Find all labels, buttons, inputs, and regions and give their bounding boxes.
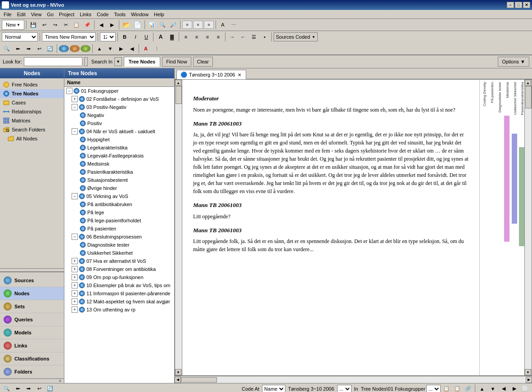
tree-item-legekarakt[interactable]: Legekarakteristika xyxy=(64,144,174,152)
close-button[interactable]: ✕ xyxy=(523,2,530,8)
tree-item-08[interactable]: + 08 Forventninger om antibiotika xyxy=(64,265,174,273)
properties-button[interactable]: 📄 xyxy=(132,20,143,30)
tree-item-07[interactable]: + 07 Hva er alternativt til VoS xyxy=(64,257,174,265)
left-btn[interactable]: ◀ xyxy=(127,44,137,54)
tree-item-medisinsk[interactable]: Medisinsk xyxy=(64,160,174,168)
bottom-action-1[interactable]: 📋 xyxy=(442,384,451,392)
code-at-dropdown[interactable]: Name xyxy=(262,385,285,392)
outdent-btn[interactable]: ← xyxy=(238,32,248,42)
tree-item-ovrige[interactable]: Øvrige hinder xyxy=(64,184,174,192)
menu-project[interactable]: Project xyxy=(56,11,77,18)
highlight-button[interactable]: A xyxy=(218,20,228,30)
sidebar-splitter[interactable]: · · · · · xyxy=(0,268,64,272)
save-button[interactable]: 💾 xyxy=(28,20,38,30)
expand-05[interactable]: − xyxy=(72,193,78,199)
down-arrow-btn[interactable]: ▼ xyxy=(105,44,115,54)
scroll-up-btn-right[interactable]: ▲ xyxy=(525,80,531,86)
options-button[interactable]: Options ▼ xyxy=(498,57,529,67)
node-icon-btn3[interactable]: ○ xyxy=(81,45,90,52)
up-arrow-btn[interactable]: ▲ xyxy=(95,44,104,54)
scroll-up-btn[interactable]: ▲ xyxy=(175,80,181,86)
tree-item-01[interactable]: − 01 Fokusgrupper xyxy=(64,87,174,95)
bottom-action-7[interactable]: ▶ xyxy=(509,384,519,392)
tree-item-03-2[interactable]: Positiv xyxy=(64,119,174,127)
scroll-thumb[interactable] xyxy=(176,86,182,104)
maximize-button[interactable]: □ xyxy=(515,2,522,8)
bottom-action-5[interactable]: ▼ xyxy=(488,384,498,392)
bottom-btn-3[interactable]: ➡ xyxy=(23,384,33,392)
sidebar-bottom-classifications[interactable]: Classifications xyxy=(0,352,64,365)
italic-button[interactable]: I xyxy=(131,32,140,42)
location-dropdown[interactable]: ... xyxy=(337,385,352,392)
bullet-btn[interactable]: • xyxy=(260,32,270,42)
search-in-arrow[interactable]: ▼ xyxy=(114,57,122,66)
bold-button[interactable]: B xyxy=(120,32,130,42)
h-scroll-thumb[interactable] xyxy=(181,377,217,383)
expand-13[interactable]: + xyxy=(72,306,78,313)
size-dropdown[interactable]: 12 xyxy=(100,32,116,41)
expand-09[interactable]: + xyxy=(72,274,78,280)
tree-item-02[interactable]: + 02 Forståelse - definisjon av VoS xyxy=(64,95,174,103)
node-icon-btn[interactable]: ○ xyxy=(59,45,69,52)
bottom-action-3[interactable]: 🔗 xyxy=(463,384,473,392)
tab-close-button[interactable]: ✕ xyxy=(237,72,242,77)
filter-button[interactable]: 🔍 xyxy=(158,20,167,30)
tree-item-03[interactable]: − 03 Positiv-Negativ xyxy=(64,103,174,111)
bottom-btn-4[interactable]: ↩ xyxy=(34,384,44,392)
sidebar-bottom-nodes[interactable]: Nodes xyxy=(0,287,64,300)
expand-02[interactable]: + xyxy=(72,96,78,102)
nav-forward[interactable]: ▶ xyxy=(107,20,117,30)
menu-window[interactable]: Window xyxy=(128,11,151,18)
tree-item-11[interactable]: + 11 Informasjon til pasienter-pårørende xyxy=(64,289,174,297)
menu-help[interactable]: Help xyxy=(151,11,167,18)
sidebar-bottom-folders[interactable]: Folders xyxy=(0,365,64,378)
tree-item-04[interactable]: − 04 Når er VoS aktuelt - uaktuelt xyxy=(64,127,174,135)
tree-item-05-2[interactable]: På lege xyxy=(64,208,174,216)
sidebar-item-matrices[interactable]: Matrices xyxy=(0,116,64,125)
code-button-2[interactable]: ≡ xyxy=(193,21,203,29)
copy-button[interactable]: 📋 xyxy=(72,20,81,30)
bottom-btn-1[interactable]: 🔍 xyxy=(2,384,12,392)
expand-03[interactable]: − xyxy=(72,104,78,110)
menu-go[interactable]: Go xyxy=(44,11,56,18)
menu-links[interactable]: Links xyxy=(77,11,94,18)
vertical-scrollbar-left[interactable]: ▲ ▼ xyxy=(175,80,182,375)
clear-button[interactable]: Clear xyxy=(193,57,213,67)
tree-item-05[interactable]: − 05 Virkning av VoS xyxy=(64,192,174,200)
sidebar-item-relationships[interactable]: Relationships xyxy=(0,107,64,116)
expand-08[interactable]: + xyxy=(72,266,78,272)
indent-btn[interactable]: → xyxy=(227,32,237,42)
expand-12[interactable]: + xyxy=(72,298,78,305)
sidebar-bottom-sets[interactable]: Sets xyxy=(0,300,64,313)
sources-coded-dropdown[interactable]: Sources Coded ▼ xyxy=(274,32,318,41)
sidebar-bottom-links[interactable]: Links xyxy=(0,339,64,352)
tree-item-06[interactable]: − 06 Beslutningsprosessen xyxy=(64,233,174,241)
scroll-right-btn[interactable]: ▶ xyxy=(526,377,532,383)
font-color-btn[interactable]: A xyxy=(155,32,166,42)
minimize-button[interactable]: − xyxy=(507,2,514,8)
tree-nodes-tab[interactable]: Tree Nodes xyxy=(124,57,160,67)
bottom-btn-5[interactable]: 🔄 xyxy=(45,384,55,392)
chart-button[interactable]: 📊 xyxy=(147,20,157,30)
tree-item-pasientkarakt[interactable]: Pasientkarakteristika xyxy=(64,168,174,176)
cut-button[interactable]: ✂ xyxy=(61,20,71,30)
scroll-down-btn-right[interactable]: ▼ xyxy=(525,369,531,375)
right-btn[interactable]: ▶ xyxy=(116,44,126,54)
tree-item-hyppighet[interactable]: Hyppighet xyxy=(64,135,174,144)
highlight-color-btn[interactable]: ▓ xyxy=(167,32,177,42)
sidebar-expand-btn[interactable]: ▲ xyxy=(0,378,64,381)
find-now-button[interactable]: Find Now xyxy=(162,57,191,67)
align-right[interactable]: ≡ xyxy=(203,32,212,42)
paste-button[interactable]: 📌 xyxy=(82,20,92,30)
nav-icon-4[interactable]: ↩ xyxy=(34,44,44,54)
tree-item-usikkerhet[interactable]: Usikkerhet Sikkerhet xyxy=(64,249,174,257)
expand-04[interactable]: − xyxy=(72,128,78,135)
tree-item-13[interactable]: + 13 Om uthenting av rp xyxy=(64,306,174,314)
horizontal-scrollbar[interactable]: ◀ ▶ xyxy=(175,376,532,383)
tree-item-diagnostiske[interactable]: Diagnostiske tester xyxy=(64,241,174,249)
menu-tools[interactable]: Tools xyxy=(111,11,128,18)
align-center[interactable]: ≡ xyxy=(192,32,202,42)
path-dropdown[interactable]: ... xyxy=(426,385,441,392)
menu-edit[interactable]: Edit xyxy=(14,11,28,18)
tree-item-situasjon[interactable]: Situasjonsbestemt xyxy=(64,176,174,184)
